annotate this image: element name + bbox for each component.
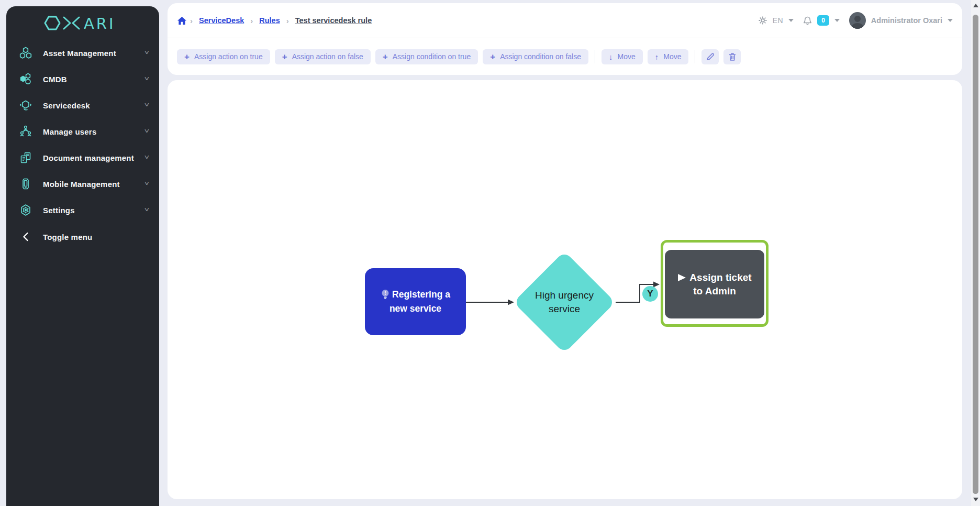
play-icon <box>677 272 686 285</box>
header-panel: › ServiceDesk › Rules › Test servicedesk… <box>168 3 962 75</box>
home-icon[interactable] <box>177 16 187 25</box>
asset-management-icon <box>19 46 32 60</box>
pencil-icon <box>706 52 715 61</box>
user-menu-caret-icon[interactable] <box>948 19 953 22</box>
assign-action-on-true-button[interactable]: + Assign action on true <box>177 49 270 64</box>
app-window: ARI Asset Management ˅ <box>0 0 980 506</box>
trigger-label: Registering a new service <box>389 289 450 313</box>
move-down-button[interactable]: ↓ Move <box>602 49 643 64</box>
action-label: Assign ticket to Admin <box>689 272 751 296</box>
toggle-menu-label: Toggle menu <box>43 233 151 241</box>
trash-icon <box>728 52 737 61</box>
assign-condition-on-false-button[interactable]: + Assign condition on false <box>483 49 588 64</box>
assign-condition-on-true-button[interactable]: + Assign condition on true <box>375 49 478 64</box>
breadcrumb-separator: › <box>286 16 289 25</box>
sidebar-item-manage-users[interactable]: Manage users ˅ <box>6 118 159 145</box>
action-node[interactable]: Assign ticket to Admin <box>665 250 764 318</box>
assign-action-on-false-button[interactable]: + Assign action on false <box>275 49 371 64</box>
scrollbar-thumb[interactable] <box>973 15 978 494</box>
rule-flow-canvas[interactable]: ! Registering a new service High urgency… <box>168 80 962 499</box>
rule-toolbar: + Assign action on true + Assign action … <box>168 38 962 75</box>
chevron-down-icon: ˅ <box>144 75 150 83</box>
notification-count-badge[interactable]: 0 <box>817 15 829 26</box>
breadcrumb: › ServiceDesk › Rules › Test servicedesk… <box>168 3 962 38</box>
button-label: Move <box>618 52 636 61</box>
trigger-node-text: ! Registering a new service <box>374 289 458 314</box>
arrow-up-icon: ↑ <box>655 53 659 61</box>
language-caret-icon[interactable] <box>788 19 794 22</box>
chevron-down-icon: ˅ <box>144 180 150 188</box>
user-avatar[interactable] <box>849 12 866 29</box>
toolbar-divider <box>595 50 595 63</box>
oxari-logo-icon: ARI <box>43 14 122 32</box>
sidebar-item-label: CMDB <box>43 75 145 84</box>
document-management-icon <box>19 151 32 164</box>
svg-text:!: ! <box>384 290 386 296</box>
servicedesk-icon <box>19 98 32 112</box>
notifications-caret-icon[interactable] <box>834 19 840 22</box>
button-label: Assign action on true <box>194 52 263 61</box>
sidebar-item-label: Servicedesk <box>43 101 145 110</box>
plus-icon: + <box>383 52 388 61</box>
chevron-down-icon: ˅ <box>144 128 150 135</box>
settings-icon <box>19 203 32 217</box>
manage-users-icon <box>19 125 32 138</box>
action-node-text: Assign ticket to Admin <box>673 271 756 298</box>
mobile-management-icon <box>19 177 32 191</box>
oxari-logo: ARI <box>6 6 159 40</box>
button-label: Assign condition on false <box>500 52 581 61</box>
sidebar-item-asset-management[interactable]: Asset Management ˅ <box>6 40 159 66</box>
sidebar-item-servicedesk[interactable]: Servicedesk ˅ <box>6 92 159 118</box>
sidebar-nav: Asset Management ˅ CMDB ˅ <box>6 40 159 250</box>
bulb-icon: ! <box>381 289 390 302</box>
scroll-down-arrow-icon[interactable] <box>973 498 978 501</box>
arrow-down-icon: ↓ <box>609 53 613 61</box>
language-selector[interactable]: EN <box>773 16 783 25</box>
breadcrumb-current-page[interactable]: Test servicedesk rule <box>295 16 372 25</box>
button-label: Assign condition on true <box>393 52 471 61</box>
user-name: Administrator Oxari <box>871 16 942 25</box>
sidebar-item-label: Asset Management <box>43 49 145 58</box>
sidebar-item-label: Manage users <box>43 127 145 136</box>
settings-gear-icon[interactable] <box>758 16 767 25</box>
header-user-area: EN 0 Administrator Oxari <box>758 12 953 29</box>
breadcrumb-link-rules[interactable]: Rules <box>259 16 280 25</box>
chevron-down-icon: ˅ <box>144 49 150 57</box>
plus-icon: + <box>282 52 287 61</box>
chevron-left-icon <box>19 230 32 244</box>
breadcrumb-separator: › <box>250 16 253 25</box>
sidebar: ARI Asset Management ˅ <box>6 6 159 506</box>
plus-icon: + <box>184 52 190 61</box>
condition-node-text: High urgency service <box>522 289 606 315</box>
edit-rule-button[interactable] <box>701 49 719 64</box>
chevron-down-icon: ˅ <box>144 206 150 214</box>
delete-rule-button[interactable] <box>723 49 741 64</box>
sidebar-item-label: Mobile Management <box>43 180 145 189</box>
chevron-down-icon: ˅ <box>144 154 150 161</box>
toggle-menu-button[interactable]: Toggle menu <box>6 224 159 250</box>
sidebar-item-cmdb[interactable]: CMDB ˅ <box>6 66 159 92</box>
plus-icon: + <box>490 52 495 61</box>
trigger-node[interactable]: ! Registering a new service <box>365 268 466 335</box>
move-up-button[interactable]: ↑ Move <box>648 49 689 64</box>
button-label: Assign action on false <box>292 52 363 61</box>
toolbar-divider <box>695 50 695 63</box>
cmdb-icon <box>19 72 32 86</box>
branch-yes-badge[interactable]: Y <box>642 286 658 302</box>
notifications-bell-icon[interactable] <box>803 16 812 26</box>
vertical-scrollbar[interactable] <box>971 0 980 506</box>
sidebar-item-label: Document management <box>43 153 145 162</box>
sidebar-item-label: Settings <box>43 206 145 215</box>
sidebar-item-document-management[interactable]: Document management ˅ <box>6 145 159 171</box>
button-label: Move <box>663 52 681 61</box>
chevron-down-icon: ˅ <box>144 102 150 109</box>
scroll-up-arrow-icon[interactable] <box>973 4 978 7</box>
breadcrumb-separator: › <box>190 16 193 25</box>
breadcrumb-link-servicedesk[interactable]: ServiceDesk <box>199 16 244 25</box>
sidebar-item-settings[interactable]: Settings ˅ <box>6 197 159 223</box>
sidebar-item-mobile-management[interactable]: Mobile Management ˅ <box>6 171 159 197</box>
svg-text:ARI: ARI <box>84 15 116 32</box>
